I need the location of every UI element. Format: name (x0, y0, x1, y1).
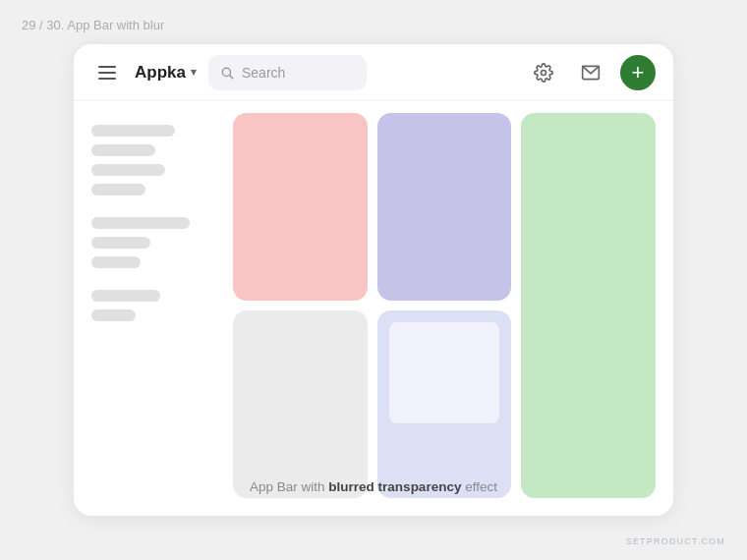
settings-button[interactable] (526, 55, 561, 90)
chevron-down-icon: ▾ (191, 66, 197, 79)
app-title[interactable]: Appka ▾ (135, 63, 197, 83)
skeleton-line (91, 184, 145, 196)
grid-card-green (521, 113, 656, 498)
skeleton-group-1 (91, 125, 219, 196)
skeleton-line (91, 217, 190, 229)
grid-card-purple (377, 113, 512, 301)
skeleton-line (91, 125, 175, 137)
mail-icon (581, 63, 601, 83)
skeleton-line (91, 164, 165, 176)
grid-card-gray (233, 310, 368, 498)
search-box[interactable]: Search (208, 55, 368, 90)
content-area (74, 44, 673, 516)
grid-card-pink (233, 113, 368, 301)
skeleton-group-2 (91, 217, 219, 268)
skeleton-line (91, 309, 136, 321)
add-button[interactable]: + (620, 55, 656, 90)
skeleton-group-3 (91, 290, 219, 321)
hamburger-icon (98, 66, 116, 80)
skeleton-line (91, 256, 141, 268)
gear-icon (534, 63, 553, 83)
search-placeholder: Search (242, 65, 285, 81)
grid-card-blue-light (377, 310, 512, 498)
brand-label: SETPRODUCT.COM (626, 536, 725, 546)
skeleton-line (91, 144, 155, 156)
app-bar: Appka ▾ Search + (74, 44, 673, 101)
caption-text-bold: blurred transparency (328, 479, 461, 494)
svg-point-2 (542, 70, 546, 75)
main-card: Appka ▾ Search + (74, 44, 673, 516)
svg-line-1 (230, 75, 233, 78)
caption-text-after: effect (461, 479, 497, 494)
app-title-text: Appka (135, 63, 186, 83)
add-icon: + (632, 60, 645, 85)
skeleton-line (91, 237, 150, 249)
skeleton-line (91, 290, 160, 302)
caption-text-before: App Bar with (250, 479, 328, 494)
caption: App Bar with blurred transparency effect (74, 479, 673, 494)
content-grid (233, 113, 656, 498)
sidebar-skeleton (91, 113, 219, 498)
search-icon (220, 66, 234, 80)
mail-button[interactable] (573, 55, 608, 90)
page-label: 29 / 30. App Bar with blur (22, 18, 164, 32)
menu-button[interactable] (91, 57, 123, 88)
